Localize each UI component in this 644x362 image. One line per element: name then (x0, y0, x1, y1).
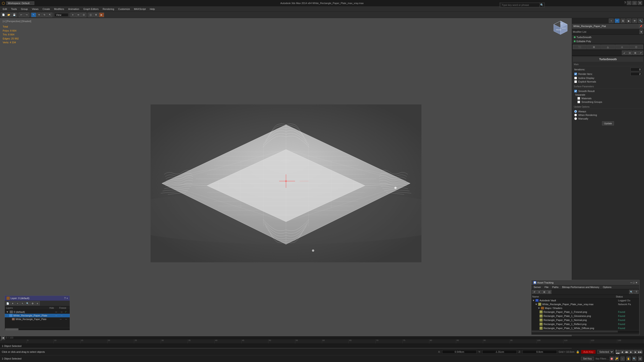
at-close[interactable]: ✕ (636, 281, 638, 284)
key-filters[interactable]: Key Filters ... 🎯 🔑 (596, 357, 619, 361)
at-btn-extra[interactable]: ◫ (547, 290, 552, 294)
play-forward[interactable]: ▶ (629, 350, 633, 354)
timeline-area[interactable]: 0 5 10 15 20 25 30 35 40 45 50 55 60 65 … (0, 339, 644, 344)
panel-modify[interactable]: ✏ (615, 18, 620, 23)
search-icon[interactable]: 🔍 (540, 3, 544, 6)
toolbar-scale[interactable]: ⇱ (48, 13, 52, 17)
subobj-btn-2[interactable]: ⊟ (587, 45, 601, 49)
at-menu-file[interactable]: File (543, 285, 550, 289)
at-btn-search[interactable]: 🔍 (629, 290, 634, 294)
at-row-fresnel[interactable]: P Rectangle_Paper_Plate_1_Fresnel.png Fo… (531, 310, 639, 314)
toolbar-render[interactable]: ▶ (99, 13, 104, 17)
toolbar-layer[interactable]: ≡ (70, 13, 76, 17)
panel-display[interactable]: 👁 (632, 18, 637, 23)
panel-extra-2[interactable]: ⊡ (627, 50, 632, 55)
menu-group[interactable]: Group (19, 7, 30, 11)
toolbar-rotate[interactable]: ↻ (42, 13, 47, 17)
at-btn-grid[interactable]: ⊞ (542, 290, 546, 294)
lm-btn-add[interactable]: + (15, 301, 20, 305)
layer-vis-0[interactable]: ─ (54, 311, 58, 313)
menu-modifiers[interactable]: Modifiers (52, 7, 66, 11)
at-menu-server[interactable]: Server (532, 285, 543, 289)
play-prev-frame[interactable]: ◀ (620, 350, 624, 354)
minimize-button[interactable]: ─ (627, 1, 631, 5)
menu-animation[interactable]: Animation (66, 7, 81, 11)
at-menu-paths[interactable]: Paths (550, 285, 560, 289)
ts-smoothresult-checkbox[interactable] (574, 90, 577, 92)
lm-btn-delete[interactable]: ✕ (10, 301, 15, 305)
kf-btn2[interactable]: 🔑 (615, 357, 619, 361)
nav-orbit[interactable]: ↔ (620, 357, 624, 361)
panel-create[interactable]: + (609, 18, 614, 23)
toolbar-open[interactable]: 📂 (6, 13, 11, 17)
layer-vis-1[interactable]: ─ (54, 314, 58, 317)
layer-freeze-0[interactable]: ─ (59, 311, 64, 313)
lock-icon[interactable]: 🔒 (576, 350, 580, 354)
subobj-btn-4[interactable]: ◇ (615, 45, 629, 49)
status-y-input[interactable] (482, 350, 517, 354)
menu-graph-editors[interactable]: Graph Editors (82, 7, 100, 11)
setkey-btn[interactable]: Set Key (581, 357, 594, 361)
at-btn-refresh[interactable]: ↺ (532, 290, 536, 294)
ts-whenrendering-radio[interactable] (574, 114, 577, 116)
nav-zoom[interactable]: 🔍 (632, 357, 636, 361)
modifier-dropdown[interactable]: ▼ (640, 29, 643, 34)
ts-explicit-checkbox[interactable] (574, 80, 577, 83)
layer-freeze-2[interactable]: ─ (64, 318, 68, 321)
subobj-btn-5[interactable]: ⬡ (629, 45, 643, 49)
lm-btn-extra[interactable]: ≡ (35, 301, 40, 305)
lm-btn-settings[interactable]: ⚙ (30, 301, 35, 305)
layer-row-0[interactable]: ▼ 0 (default) ─ ─ ✓ (5, 310, 70, 314)
menu-maxscript[interactable]: MAXScript (132, 7, 148, 11)
status-z-input[interactable] (522, 350, 557, 354)
at-hscroll[interactable] (531, 330, 639, 333)
layer-scrollbar[interactable] (5, 328, 70, 330)
ts-smoothgroups-checkbox[interactable] (578, 101, 580, 103)
at-menu-options[interactable]: Options (601, 285, 613, 289)
layer-freeze-1[interactable]: ─ (59, 314, 64, 317)
toolbar-mirror[interactable]: ⇔ (76, 13, 81, 17)
nav-maximize[interactable]: ⊞ (638, 357, 642, 361)
toolbar-redo[interactable]: ↪ (24, 13, 29, 17)
menu-views[interactable]: Views (30, 7, 40, 11)
menu-customize[interactable]: Customize (116, 7, 132, 11)
layer-close-btn[interactable]: × (66, 297, 68, 300)
at-btn-help[interactable]: ? (634, 290, 638, 294)
at-maximize[interactable]: □ (633, 281, 634, 284)
lm-btn-new[interactable]: 📄 (6, 301, 10, 305)
lm-btn-select[interactable]: ↖ (20, 301, 25, 305)
at-hscroll-thumb[interactable] (532, 331, 618, 333)
toolbar-move[interactable]: ✛ (36, 13, 42, 17)
toolbar-save[interactable]: 💾 (12, 13, 17, 17)
reference-coord[interactable]: View (54, 13, 68, 17)
toolbar-material[interactable]: ◫ (88, 13, 93, 17)
layer-row-1[interactable]: White_Rectangle_Paper_Plate ─ ─ (5, 314, 70, 317)
toolbar-align[interactable]: ⊡ (81, 13, 86, 17)
toolbar-render-setup[interactable]: ⚙ (94, 13, 99, 17)
status-x-input[interactable] (442, 350, 476, 354)
ts-update-btn[interactable]: Update (602, 121, 614, 125)
close-button[interactable]: ✕ (638, 1, 642, 5)
search-input[interactable] (501, 3, 540, 7)
ts-renderiter-input[interactable] (630, 72, 642, 76)
kf-btn1[interactable]: 🎯 (610, 357, 614, 361)
ts-renderiter-checkbox[interactable] (574, 73, 577, 75)
menu-create[interactable]: Create (41, 7, 52, 11)
at-row-maps[interactable]: ▼ Maps / Shaders (537, 306, 639, 310)
panel-hierarchy[interactable]: ⛓ (620, 18, 626, 23)
selected-dropdown[interactable]: Selected All (597, 350, 614, 354)
layer-row-2[interactable]: White_Rectangle_Paper_Plate ─ ─ (5, 317, 70, 321)
subobj-btn-3[interactable]: △ (601, 45, 615, 49)
nav-cube[interactable]: FRONT RIGHT TOP (552, 20, 570, 38)
layer-vis-2[interactable]: ─ (58, 318, 63, 321)
panel-extra-3[interactable]: ⊞ (633, 50, 638, 55)
ts-materials-checkbox[interactable] (578, 97, 580, 100)
nav-pan[interactable]: ✋ (626, 357, 630, 361)
at-row-vault[interactable]: ▼ V Autodesk Vault Logged Ou (531, 299, 639, 302)
modifier-editpoly[interactable]: Editable Poly (572, 39, 644, 43)
toolbar-undo[interactable]: ↩ (19, 13, 24, 17)
menu-edit[interactable]: Edit (1, 7, 9, 11)
ts-manually-radio[interactable] (574, 117, 577, 120)
maximize-button[interactable]: □ (632, 1, 637, 5)
ts-isoline-checkbox[interactable] (574, 77, 577, 79)
